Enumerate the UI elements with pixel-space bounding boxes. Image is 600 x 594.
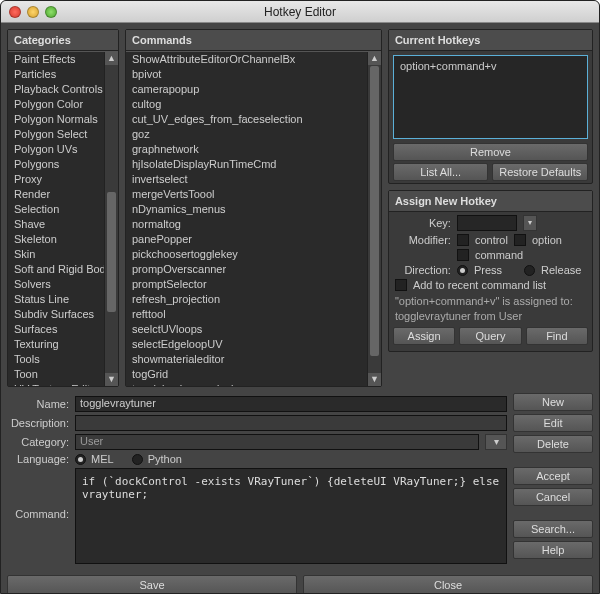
command-item[interactable]: cut_UV_edges_from_faceselection (126, 112, 367, 127)
commands-scrollbar[interactable]: ▲ ▼ (367, 52, 381, 386)
category-item[interactable]: Render (8, 187, 104, 202)
command-label: Command: (7, 468, 69, 520)
close-button[interactable]: Close (303, 575, 593, 594)
command-item[interactable]: mergeVertsToool (126, 187, 367, 202)
current-hotkeys-list[interactable]: option+command+v (393, 55, 588, 139)
control-checkbox[interactable] (457, 234, 469, 246)
category-item[interactable]: Texturing (8, 337, 104, 352)
command-item[interactable]: camerapopup (126, 82, 367, 97)
command-item[interactable]: cultog (126, 97, 367, 112)
category-item[interactable]: Status Line (8, 292, 104, 307)
category-item[interactable]: Paint Effects (8, 52, 104, 67)
python-label: Python (148, 453, 182, 465)
category-item[interactable]: Polygon Normals (8, 112, 104, 127)
commands-list[interactable]: ShowAttributeEditorOrChannelBxbpivotcame… (126, 52, 367, 386)
release-label: Release (541, 264, 581, 276)
category-picker-icon[interactable]: ▾ (485, 434, 507, 450)
command-item[interactable]: refttool (126, 307, 367, 322)
categories-list[interactable]: Paint EffectsParticlesPlayback ControlsP… (8, 52, 104, 386)
command-item[interactable]: ShowAttributeEditorOrChannelBx (126, 52, 367, 67)
category-item[interactable]: Selection (8, 202, 104, 217)
save-button[interactable]: Save (7, 575, 297, 594)
recent-checkbox[interactable] (395, 279, 407, 291)
query-button[interactable]: Query (459, 327, 521, 345)
key-input[interactable] (457, 215, 517, 231)
name-label: Name: (7, 398, 69, 410)
scroll-thumb[interactable] (107, 192, 116, 312)
release-radio[interactable] (524, 265, 535, 276)
category-item[interactable]: Toon (8, 367, 104, 382)
command-checkbox[interactable] (457, 249, 469, 261)
commands-header: Commands (126, 30, 381, 51)
option-checkbox[interactable] (514, 234, 526, 246)
search-button[interactable]: Search... (513, 520, 593, 538)
category-item[interactable]: Soft and Rigid Bodies (8, 262, 104, 277)
command-item[interactable]: normaltog (126, 217, 367, 232)
command-item[interactable]: prompOverscanner (126, 262, 367, 277)
command-label: command (475, 249, 523, 261)
description-label: Description: (7, 417, 69, 429)
help-button[interactable]: Help (513, 541, 593, 559)
name-input[interactable]: togglevraytuner (75, 396, 507, 412)
restore-defaults-button[interactable]: Restore Defaults (492, 163, 588, 181)
command-item[interactable]: seelctUVloops (126, 322, 367, 337)
find-button[interactable]: Find (526, 327, 588, 345)
scroll-down-icon[interactable]: ▼ (105, 373, 118, 386)
command-item[interactable]: graphnetwork (126, 142, 367, 157)
command-item[interactable]: panePopper (126, 232, 367, 247)
command-textarea[interactable]: if (`dockControl -exists VRayTuner`) {de… (75, 468, 507, 564)
command-item[interactable]: invertselect (126, 172, 367, 187)
scroll-up-icon[interactable]: ▲ (105, 52, 118, 65)
category-item[interactable]: Polygons (8, 157, 104, 172)
scroll-up-icon[interactable]: ▲ (368, 52, 381, 65)
command-item[interactable]: togglebackgroundcolor (126, 382, 367, 386)
category-item[interactable]: Polygon Color (8, 97, 104, 112)
assign-button[interactable]: Assign (393, 327, 455, 345)
command-item[interactable]: pickchoosertogglekey (126, 247, 367, 262)
category-item[interactable]: Surfaces (8, 322, 104, 337)
hotkey-item[interactable]: option+command+v (400, 60, 581, 72)
category-item[interactable]: Subdiv Surfaces (8, 307, 104, 322)
command-item[interactable]: goz (126, 127, 367, 142)
description-input[interactable] (75, 415, 507, 431)
category-item[interactable]: Polygon Select (8, 127, 104, 142)
category-item[interactable]: Tools (8, 352, 104, 367)
command-item[interactable]: togGrid (126, 367, 367, 382)
command-item[interactable]: nDynamics_menus (126, 202, 367, 217)
command-item[interactable]: selectEdgeloopUV (126, 337, 367, 352)
scroll-thumb[interactable] (370, 66, 379, 356)
key-dropdown[interactable]: ▾ (523, 215, 537, 231)
category-label: Category: (7, 436, 69, 448)
delete-button[interactable]: Delete (513, 435, 593, 453)
command-item[interactable]: showmaterialeditor (126, 352, 367, 367)
python-radio[interactable] (132, 454, 143, 465)
command-item[interactable]: promptSelector (126, 277, 367, 292)
category-item[interactable]: Playback Controls (8, 82, 104, 97)
category-item[interactable]: Polygon UVs (8, 142, 104, 157)
category-input[interactable]: User (75, 434, 479, 450)
cancel-button[interactable]: Cancel (513, 488, 593, 506)
press-radio[interactable] (457, 265, 468, 276)
command-item[interactable]: refresh_projection (126, 292, 367, 307)
command-item[interactable]: hjIsolateDisplayRunTimeCmd (126, 157, 367, 172)
accept-button[interactable]: Accept (513, 467, 593, 485)
assignment-msg-2: togglevraytuner from User (395, 310, 586, 323)
category-item[interactable]: Skeleton (8, 232, 104, 247)
list-all-button[interactable]: List All... (393, 163, 489, 181)
language-label: Language: (7, 453, 69, 465)
mel-radio[interactable] (75, 454, 86, 465)
scroll-down-icon[interactable]: ▼ (368, 373, 381, 386)
category-item[interactable]: Particles (8, 67, 104, 82)
category-item[interactable]: Skin (8, 247, 104, 262)
new-button[interactable]: New (513, 393, 593, 411)
current-hotkeys-panel: Current Hotkeys option+command+v Remove … (388, 29, 593, 184)
categories-scrollbar[interactable]: ▲ ▼ (104, 52, 118, 386)
category-item[interactable]: Shave (8, 217, 104, 232)
edit-button[interactable]: Edit (513, 414, 593, 432)
command-item[interactable]: bpivot (126, 67, 367, 82)
category-item[interactable]: Proxy (8, 172, 104, 187)
category-item[interactable]: Solvers (8, 277, 104, 292)
category-item[interactable]: UV Texture Editor (8, 382, 104, 386)
remove-button[interactable]: Remove (393, 143, 588, 161)
assignment-msg-1: "option+command+v" is assigned to: (395, 295, 586, 308)
